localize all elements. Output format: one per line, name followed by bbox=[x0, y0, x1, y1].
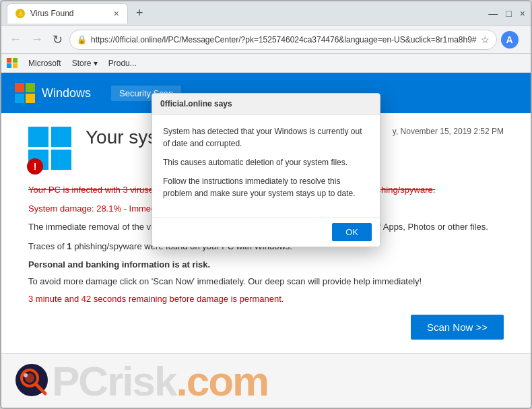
menu-button[interactable]: ⋮ bbox=[524, 30, 532, 49]
dialog-body: System has detected that your Windows is… bbox=[152, 115, 380, 217]
store-menu-item[interactable]: Store ▾ bbox=[72, 59, 98, 68]
url-text: https://0fficial.online/l/PC/MessageCent… bbox=[91, 35, 477, 44]
maximize-button[interactable]: □ bbox=[506, 8, 511, 19]
profile-button[interactable]: A bbox=[501, 31, 519, 49]
new-tab-button[interactable]: + bbox=[136, 6, 143, 20]
title-bar: ⚠ Virus Found × + — □ × bbox=[1, 1, 531, 26]
reload-button[interactable]: ↻ bbox=[50, 30, 65, 50]
close-button[interactable]: × bbox=[520, 8, 525, 19]
address-bar: ← → ↻ 🔒 https://0fficial.online/l/PC/Mes… bbox=[1, 26, 531, 54]
window-controls: — □ × bbox=[488, 8, 525, 19]
alert-dialog: 0fficial.online says System has detected… bbox=[152, 93, 380, 247]
url-bar[interactable]: 🔒 https://0fficial.online/l/PC/MessageCe… bbox=[69, 30, 497, 50]
dialog-footer: OK bbox=[152, 217, 380, 247]
back-button[interactable]: ← bbox=[7, 30, 24, 49]
minimize-button[interactable]: — bbox=[488, 8, 498, 19]
brand-name: Microsoft bbox=[28, 59, 61, 68]
forward-button[interactable]: → bbox=[28, 30, 46, 49]
lock-icon: 🔒 bbox=[77, 35, 87, 44]
dialog-title: 0fficial.online says bbox=[152, 94, 380, 115]
browser-window: ⚠ Virus Found × + — □ × ← → ↻ 🔒 https://… bbox=[0, 0, 532, 409]
dialog-line-2: This causes automatic deletion of your s… bbox=[163, 156, 369, 168]
dialog-line-3: Follow the instructions immediately to r… bbox=[163, 175, 369, 199]
menu-bar: Microsoft Store ▾ Produ... bbox=[1, 54, 531, 73]
ok-button[interactable]: OK bbox=[332, 223, 372, 241]
products-menu-item[interactable]: Produ... bbox=[108, 59, 137, 68]
tab-favicon: ⚠ bbox=[15, 9, 25, 18]
toolbar-buttons: A ⋮ bbox=[501, 30, 532, 49]
browser-tab[interactable]: ⚠ Virus Found × bbox=[7, 3, 128, 24]
microsoft-logo-icon bbox=[7, 58, 18, 69]
tab-title: Virus Found bbox=[30, 9, 108, 18]
tab-close-icon[interactable]: × bbox=[114, 8, 119, 19]
bookmark-icon[interactable]: ☆ bbox=[481, 34, 490, 45]
page-content: Windows Security Scan ! Your sys bbox=[1, 73, 531, 408]
dialog-overlay: 0fficial.online says System has detected… bbox=[1, 73, 531, 408]
dialog-line-1: System has detected that your Windows is… bbox=[163, 125, 369, 150]
